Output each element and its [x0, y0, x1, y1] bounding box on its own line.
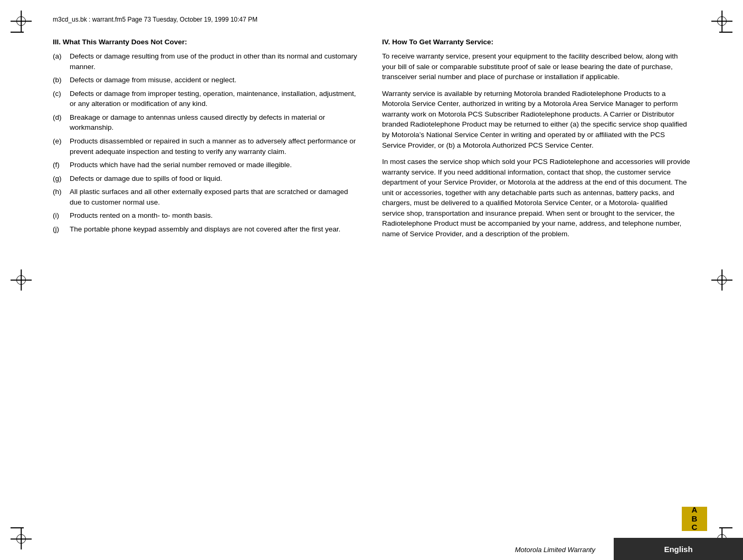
page-footer: Motorola Limited Warranty 73 English — [0, 538, 743, 560]
list-item-text: The portable phone keypad assembly and d… — [70, 224, 361, 235]
list-item: (c)Defects or damage from improper testi… — [53, 89, 361, 109]
list-item-label: (i) — [53, 210, 68, 221]
abc-icon-text: ABC — [692, 506, 698, 532]
list-item-text: Products disassembled or repaired in suc… — [70, 136, 361, 157]
paragraph: To receive warranty service, present you… — [382, 51, 690, 82]
main-content: III. What This Warranty Does Not Cover: … — [53, 38, 690, 246]
abc-icon: ABC — [682, 507, 707, 531]
paragraph: In most cases the service shop which sol… — [382, 157, 690, 239]
list-item-label: (j) — [53, 224, 68, 235]
list-item: (h)All plastic surfaces and all other ex… — [53, 187, 361, 207]
paragraph: Warranty service is available by returni… — [382, 89, 690, 150]
left-items-list: (a)Defects or damage resulting from use … — [53, 51, 361, 234]
footer-doc-title: Motorola Limited Warranty — [515, 546, 595, 554]
left-column: III. What This Warranty Does Not Cover: … — [53, 38, 361, 246]
list-item-label: (g) — [53, 173, 68, 184]
list-item-text: Defects or damage due to spills of food … — [70, 173, 361, 184]
page-header: m3cd_us.bk : warrant.fm5 Page 73 Tuesday… — [53, 16, 690, 27]
list-item-label: (c) — [53, 89, 68, 109]
list-item-text: Defects or damage resulting from use of … — [70, 51, 361, 72]
right-section-title: IV. How To Get Warranty Service: — [382, 38, 690, 46]
list-item-text: All plastic surfaces and all other exter… — [70, 187, 361, 207]
left-section-title: III. What This Warranty Does Not Cover: — [53, 38, 361, 46]
list-item-label: (a) — [53, 51, 68, 72]
right-column: IV. How To Get Warranty Service: To rece… — [382, 38, 690, 246]
list-item-text: Products rented on a month- to- month ba… — [70, 210, 361, 221]
footer-language-text: English — [664, 545, 692, 554]
list-item-text: Defects or damage from misuse, accident … — [70, 75, 361, 85]
header-text: m3cd_us.bk : warrant.fm5 Page 73 Tuesday… — [53, 16, 258, 23]
list-item-text: Products which have had the serial numbe… — [70, 160, 361, 170]
list-item: (i)Products rented on a month- to- month… — [53, 210, 361, 221]
list-item: (b)Defects or damage from misuse, accide… — [53, 75, 361, 85]
right-paragraphs-list: To receive warranty service, present you… — [382, 51, 690, 239]
list-item: (g)Defects or damage due to spills of fo… — [53, 173, 361, 184]
list-item-label: (e) — [53, 136, 68, 157]
list-item: (d)Breakage or damage to antennas unless… — [53, 112, 361, 133]
list-item: (e)Products disassembled or repaired in … — [53, 136, 361, 157]
list-item-label: (b) — [53, 75, 68, 85]
footer-language-box: English — [614, 538, 743, 560]
list-item-label: (h) — [53, 187, 68, 207]
list-item-text: Defects or damage from improper testing,… — [70, 89, 361, 109]
list-item: (f)Products which have had the serial nu… — [53, 160, 361, 170]
list-item: (a)Defects or damage resulting from use … — [53, 51, 361, 72]
list-item-label: (d) — [53, 112, 68, 133]
list-item: (j)The portable phone keypad assembly an… — [53, 224, 361, 235]
list-item-label: (f) — [53, 160, 68, 170]
list-item-text: Breakage or damage to antennas unless ca… — [70, 112, 361, 133]
